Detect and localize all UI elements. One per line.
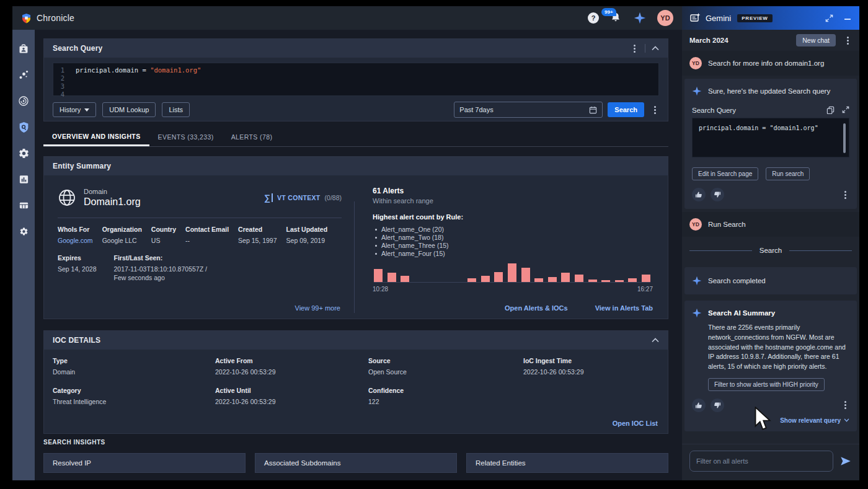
send-icon[interactable] — [839, 455, 852, 467]
vt-context-count: (0/88) — [325, 194, 342, 201]
result-tabs: OVERVIEW AND INSIGHTS EVENTS (33,233) AL… — [43, 128, 668, 147]
alert-bar — [561, 273, 570, 282]
sidebar-item-threat-intel-search[interactable] — [12, 114, 35, 140]
tab-alerts[interactable]: ALERTS (78) — [223, 128, 281, 146]
collapse-ioc-icon[interactable] — [652, 338, 659, 343]
scrollbar-thumb[interactable] — [843, 123, 846, 153]
view-more-link[interactable]: View 99+ more — [295, 304, 340, 312]
sidebar-item-rules[interactable] — [12, 140, 35, 166]
search-insights-heading: SEARCH INSIGHTS — [43, 439, 105, 446]
settings-gear-icon — [19, 227, 29, 236]
ai-response-block: Sure, here's the updated Search query Se… — [684, 79, 857, 209]
ioc-fields-grid: TypeDomain Active From2022-10-26 00:53:2… — [44, 350, 668, 405]
sparkle-icon — [692, 276, 702, 286]
expand-query-icon[interactable] — [842, 106, 849, 113]
user-message: YD Run Search — [682, 212, 859, 237]
udm-lookup-button[interactable]: UDM Lookup — [102, 102, 156, 117]
gemini-menu-icon[interactable] — [843, 35, 852, 45]
thumbs-up-icon — [695, 191, 702, 198]
sidebar-item-detections[interactable] — [12, 88, 35, 114]
gemini-prompt-input[interactable] — [689, 451, 833, 472]
thumbs-up-button[interactable] — [692, 188, 706, 201]
filter-high-priority-button[interactable]: Filter to show alerts with HIGH priority — [708, 378, 825, 391]
card-resolved-ip[interactable]: Resolved IP — [43, 453, 246, 473]
collapse-panel-icon[interactable] — [652, 46, 659, 51]
rules-list: Alert_name_One (20) Alert_name_Two (18) … — [373, 226, 653, 258]
vt-context-button[interactable]: ∑ VT CONTEXT (0/88) — [264, 193, 342, 202]
search-button[interactable]: Search — [608, 102, 644, 117]
shield-search-icon — [18, 121, 30, 133]
chronicle-brand[interactable]: Chronicle — [21, 13, 74, 24]
help-icon[interactable]: ? — [588, 12, 599, 24]
search-options-menu-icon[interactable] — [650, 105, 659, 115]
gemini-query-code[interactable]: principal.domain = "domain1.org" — [692, 118, 849, 157]
view-in-alerts-tab-link[interactable]: View in Alerts Tab — [595, 304, 653, 312]
alert-bar — [628, 278, 637, 282]
history-button[interactable]: History — [53, 102, 96, 117]
response-menu-icon[interactable] — [841, 400, 849, 410]
rule-item: Alert_name_Three (15) — [373, 242, 653, 250]
alert-bar — [534, 278, 543, 282]
query-text: principal.domain = "domain1.org" — [72, 66, 201, 92]
new-chat-button[interactable]: New chat — [796, 34, 836, 46]
user-avatar: YD — [689, 218, 702, 231]
sidebar-item-investigation[interactable] — [12, 62, 35, 88]
time-range-field[interactable]: Past 7days — [454, 102, 603, 118]
vt-sigma-icon: ∑ — [264, 193, 273, 202]
lists-button[interactable]: Lists — [162, 102, 190, 117]
run-search-button[interactable]: Run search — [766, 167, 810, 180]
search-query-title: Search Query — [53, 44, 102, 53]
sidebar-item-data-tables[interactable] — [12, 192, 35, 218]
entity-details-column: Domain Domain1.org ∑ VT CONTEXT (0/88) W… — [44, 175, 354, 319]
open-in-full-icon[interactable] — [825, 14, 833, 22]
rule-item: Alert_name_Four (15) — [373, 250, 653, 258]
chevron-down-icon — [84, 108, 89, 112]
node-graph-icon — [18, 69, 29, 81]
alert-bar — [548, 277, 557, 282]
alert-bar — [401, 276, 409, 282]
entity-alerts-column: 61 Alerts Within search range Highest al… — [354, 175, 668, 319]
tab-overview-and-insights[interactable]: OVERVIEW AND INSIGHTS — [43, 128, 149, 146]
open-alerts-iocs-link[interactable]: Open Alerts & IOCs — [505, 304, 568, 312]
gemini-sparkle-button[interactable] — [634, 12, 646, 24]
gemini-input-area — [682, 444, 859, 480]
main-content: Search Query 1 2 3 4 principal.domain = … — [35, 30, 682, 480]
search-query-panel: Search Query 1 2 3 4 principal.domain = … — [43, 38, 668, 121]
edit-in-search-page-button[interactable]: Edit in Search page — [692, 167, 758, 180]
minimize-icon[interactable] — [843, 14, 852, 22]
sparkle-icon — [692, 308, 702, 318]
thumbs-up-button[interactable] — [692, 399, 706, 412]
alert-bar-chart — [374, 264, 650, 283]
alert-bar — [494, 272, 503, 282]
card-related-entities[interactable]: Related Entities — [466, 453, 668, 473]
card-associated-subdomains[interactable]: Associated Subdomains — [255, 453, 457, 473]
case-badge-icon — [18, 43, 29, 55]
thumbs-down-button[interactable] — [711, 188, 724, 201]
chat-date-header: March 2024 — [689, 37, 728, 44]
whois-fields-row2: ExpiresSep 14, 2028 First/Last Seen:2017… — [58, 254, 342, 281]
ioc-details-panel: IOC DETAILS TypeDomain Active From2022-1… — [43, 330, 668, 434]
sidebar-item-dashboards[interactable] — [12, 166, 35, 192]
line-numbers: 1 2 3 4 — [53, 66, 72, 92]
sidebar-item-case-management[interactable] — [12, 36, 35, 62]
open-ioc-list-link[interactable]: Open IOC List — [613, 420, 658, 427]
entity-summary-panel: Entity Summary Domain — [43, 156, 668, 319]
alert-bar — [521, 268, 530, 282]
search-panel-menu-icon[interactable] — [630, 43, 639, 53]
sparkle-icon — [692, 86, 702, 96]
gear-icon — [18, 148, 30, 159]
thumbs-down-button[interactable] — [711, 399, 724, 412]
rule-item: Alert_name_One (20) — [373, 226, 653, 234]
notifications-button[interactable]: 99+ — [610, 12, 622, 24]
radar-target-icon — [18, 95, 29, 107]
tab-events[interactable]: EVENTS (33,233) — [149, 128, 223, 146]
sidebar-item-settings[interactable] — [12, 218, 35, 244]
bar-chart-icon — [19, 174, 29, 185]
axis-end-time: 16:27 — [637, 286, 653, 293]
response-menu-icon[interactable] — [841, 190, 849, 200]
query-editor[interactable]: 1 2 3 4 principal.domain = "domain1.org" — [53, 63, 659, 96]
copy-icon[interactable] — [826, 106, 835, 114]
whois-for-link[interactable]: Google.com — [58, 237, 93, 244]
summary-text: There are 2256 events primarily network_… — [708, 323, 848, 372]
user-avatar[interactable]: YD — [657, 10, 673, 26]
